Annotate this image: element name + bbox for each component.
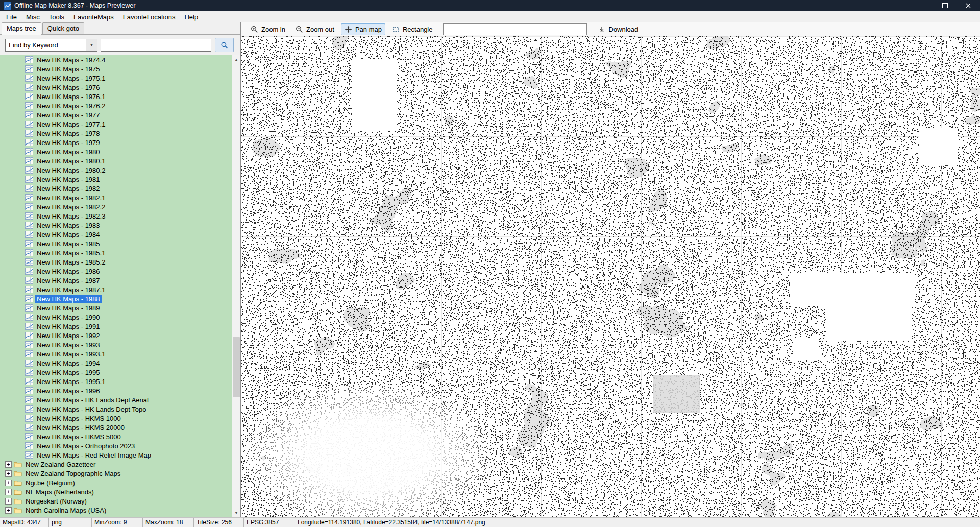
menu-bar: FileMiscToolsFavoriteMapsFavoriteLocatio… (0, 11, 980, 22)
tree-item[interactable]: New HK Maps - 1979 (0, 138, 240, 147)
expand-icon[interactable]: + (5, 498, 12, 505)
tree-item-label: New HK Maps - 1993 (35, 341, 102, 349)
zoom-in-button[interactable]: Zoom in (247, 23, 289, 35)
tree-item[interactable]: New HK Maps - 1984 (0, 230, 240, 239)
tab-maps-tree[interactable]: Maps tree (2, 22, 41, 35)
tree-item[interactable]: New HK Maps - 1981 (0, 175, 240, 184)
map-item-icon (25, 249, 33, 256)
map-item-icon (25, 350, 33, 357)
tree-scrollbar[interactable]: ▲ ▼ (232, 55, 240, 517)
tree-item[interactable]: New HK Maps - 1977 (0, 110, 240, 119)
tree-item[interactable]: New HK Maps - 1980.1 (0, 156, 240, 165)
close-button[interactable] (957, 0, 980, 11)
tree-item[interactable]: New HK Maps - HKMS 20000 (0, 423, 240, 432)
tree-item[interactable]: New HK Maps - 1983 (0, 221, 240, 230)
tree-item[interactable]: New HK Maps - 1995 (0, 368, 240, 377)
rectangle-button[interactable]: Rectangle (388, 23, 436, 35)
tree-item[interactable]: New HK Maps - 1982.3 (0, 211, 240, 221)
tree-item[interactable]: New HK Maps - 1976.2 (0, 101, 240, 110)
tree-item[interactable]: New HK Maps - HKMS 1000 (0, 414, 240, 423)
folder-icon (14, 480, 22, 486)
menu-help[interactable]: Help (180, 11, 203, 22)
map-item-icon (25, 286, 33, 293)
menu-tools[interactable]: Tools (44, 11, 69, 22)
tree-item[interactable]: New HK Maps - 1975.1 (0, 74, 240, 83)
tree-item[interactable]: New HK Maps - 1980.2 (0, 165, 240, 175)
tree-item[interactable]: New HK Maps - 1986 (0, 267, 240, 276)
tree-item[interactable]: New HK Maps - 1991 (0, 322, 240, 331)
menu-file[interactable]: File (2, 11, 21, 22)
maximize-button[interactable] (933, 0, 957, 11)
sidebar-tabs: Maps treeQuick goto (0, 22, 240, 35)
map-view[interactable] (241, 36, 980, 517)
expand-icon[interactable]: + (5, 507, 12, 514)
scroll-thumb[interactable] (233, 337, 240, 397)
tree-item[interactable]: New HK Maps - 1988 (0, 294, 240, 303)
tree-item[interactable]: New HK Maps - 1990 (0, 313, 240, 322)
dropdown-icon[interactable]: ▼ (86, 39, 97, 51)
tab-quick-goto[interactable]: Quick goto (42, 22, 84, 34)
tree-item[interactable]: New HK Maps - 1987 (0, 276, 240, 285)
tree-item[interactable]: New HK Maps - 1975 (0, 64, 240, 74)
folder-icon (14, 507, 22, 514)
tree-folder[interactable]: +New Zealand Topographic Maps (0, 469, 240, 478)
tree-item[interactable]: New HK Maps - 1992 (0, 331, 240, 340)
tree-item[interactable]: New HK Maps - 1985.1 (0, 248, 240, 257)
map-item-icon (25, 369, 33, 376)
expand-icon[interactable]: + (5, 461, 12, 468)
maximize-icon (942, 3, 948, 8)
tree-item[interactable]: New HK Maps - 1982.1 (0, 193, 240, 202)
tree-folder[interactable]: +Norgeskart (Norway) (0, 496, 240, 506)
tree-item[interactable]: New HK Maps - 1982.2 (0, 202, 240, 211)
tree-item[interactable]: New HK Maps - Red Relief Image Map (0, 450, 240, 460)
search-icon (220, 41, 228, 49)
map-item-icon (25, 405, 33, 413)
tree-item[interactable]: New HK Maps - 1994 (0, 358, 240, 368)
tree-item[interactable]: New HK Maps - 1985.2 (0, 257, 240, 267)
tree-folder[interactable]: +New Zealand Gazetteer (0, 460, 240, 469)
tree-item[interactable]: New HK Maps - HK Lands Dept Aerial (0, 395, 240, 404)
tree-item[interactable]: New HK Maps - 1985 (0, 239, 240, 248)
tree-folder[interactable]: +Ngi.be (Belgium) (0, 478, 240, 487)
scroll-up-icon[interactable]: ▲ (232, 55, 240, 64)
tree-item[interactable]: New HK Maps - Orthophoto 2023 (0, 441, 240, 450)
tree-item[interactable]: New HK Maps - 1977.1 (0, 119, 240, 129)
search-button[interactable] (215, 38, 234, 52)
tree-item[interactable]: New HK Maps - 1995.1 (0, 377, 240, 386)
map-pane: Zoom inZoom outPan mapRectangle Download (241, 22, 980, 517)
tree-item[interactable]: New HK Maps - 1989 (0, 303, 240, 313)
tree-item-label: New HK Maps - Orthophoto 2023 (35, 442, 136, 450)
tree-item[interactable]: New HK Maps - 1980 (0, 147, 240, 156)
expand-icon[interactable]: + (5, 489, 12, 495)
tree-item[interactable]: New HK Maps - 1987.1 (0, 285, 240, 294)
tree-item[interactable]: New HK Maps - 1996 (0, 386, 240, 395)
folder-icon (14, 489, 22, 495)
tree-folder[interactable]: +North Carolina Maps (USA) (0, 506, 240, 515)
map-item-icon (25, 442, 33, 449)
menu-favoritemaps[interactable]: FavoriteMaps (69, 11, 118, 22)
find-by-combo[interactable]: Find by Keyword ▼ (5, 39, 97, 52)
tree-item-label: New HK Maps - 1987 (35, 276, 102, 285)
tree-item[interactable]: New HK Maps - 1993.1 (0, 349, 240, 358)
tree-item[interactable]: New HK Maps - 1982 (0, 184, 240, 193)
keyword-input[interactable] (101, 39, 211, 52)
download-button[interactable]: Download (594, 24, 642, 35)
tree-item[interactable]: New HK Maps - 1976.1 (0, 92, 240, 101)
pan-map-button[interactable]: Pan map (341, 23, 385, 35)
tree-folder[interactable]: +NL Maps (Netherlands) (0, 487, 240, 496)
map-toolbar-input[interactable] (443, 23, 587, 35)
menu-misc[interactable]: Misc (21, 11, 44, 22)
expand-icon[interactable]: + (5, 470, 12, 477)
map-item-icon (25, 360, 33, 367)
zoom-out-button[interactable]: Zoom out (292, 23, 338, 35)
minimize-button[interactable] (910, 0, 933, 11)
menu-favoritelocations[interactable]: FavoriteLocations (118, 11, 180, 22)
tree-item[interactable]: New HK Maps - 1974.4 (0, 55, 240, 64)
expand-icon[interactable]: + (5, 480, 12, 486)
scroll-down-icon[interactable]: ▼ (232, 509, 240, 517)
tree-item[interactable]: New HK Maps - 1993 (0, 340, 240, 349)
tree-item[interactable]: New HK Maps - 1978 (0, 129, 240, 138)
tree-item[interactable]: New HK Maps - HKMS 5000 (0, 432, 240, 441)
tree-item[interactable]: New HK Maps - 1976 (0, 83, 240, 92)
tree-item[interactable]: New HK Maps - HK Lands Dept Topo (0, 404, 240, 414)
